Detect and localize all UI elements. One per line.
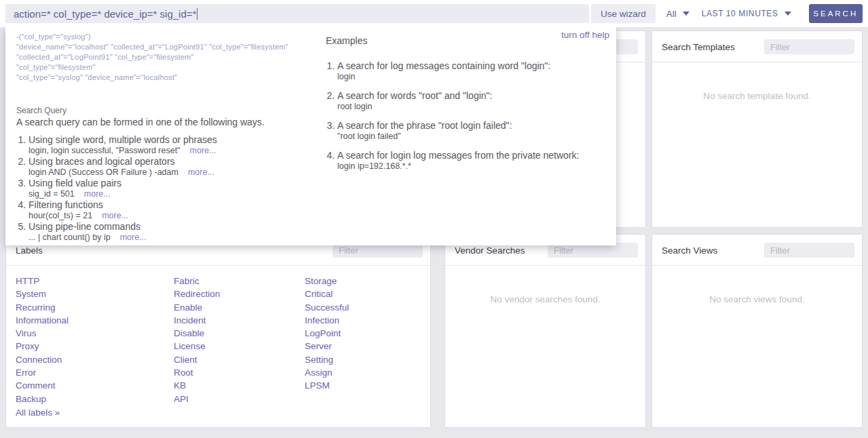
example-code: login: [337, 72, 607, 82]
example-item: A search for login log messages from the…: [337, 150, 607, 172]
label-link[interactable]: Critical: [305, 287, 413, 300]
search-history-item[interactable]: "col_type"="filesystem": [16, 62, 318, 73]
label-link[interactable]: Backup: [16, 393, 174, 405]
vendor-searches-empty-message: No vendor searches found.: [445, 294, 645, 304]
example-item: A search for log messages containing wor…: [337, 60, 607, 82]
use-wizard-button[interactable]: Use wizard: [591, 4, 656, 23]
example-code: "root login failed": [337, 132, 607, 142]
help-left-column: -("col_type"="syslog") "device_name"="lo…: [16, 32, 318, 243]
way-example-text: sig_id = 501: [29, 189, 75, 199]
label-link[interactable]: Connection: [16, 353, 174, 366]
search-query-way: Using pipe-line commands ... | chart cou…: [29, 221, 318, 243]
label-link[interactable]: Setting: [305, 353, 413, 366]
way-label: Using single word, multiple words or phr…: [29, 134, 217, 145]
label-link[interactable]: HTTP: [16, 275, 174, 287]
label-link[interactable]: Redirection: [174, 287, 305, 300]
example-code: login ip=192.168.*.*: [337, 161, 607, 172]
search-templates-empty-message: No search template found.: [652, 91, 862, 101]
label-link[interactable]: API: [174, 393, 305, 405]
example-code: root login: [337, 102, 607, 112]
search-templates-filter-input[interactable]: [764, 39, 854, 54]
example-item: A search for words "root" and "login": r…: [337, 90, 607, 112]
text-cursor: [197, 8, 197, 20]
more-link[interactable]: more...: [84, 189, 111, 199]
chevron-down-icon: [683, 12, 690, 16]
search-history-list: -("col_type"="syslog") "device_name"="lo…: [16, 32, 318, 83]
example-item: A search for the phrase "root login fail…: [337, 120, 607, 142]
help-right-column: Examples A search for log messages conta…: [326, 32, 607, 180]
search-views-empty-message: No search views found.: [652, 294, 862, 304]
way-label: Using pipe-line commands: [29, 221, 140, 232]
label-link[interactable]: Fabric: [174, 275, 305, 287]
all-labels-link[interactable]: All labels »: [16, 407, 60, 418]
search-history-item[interactable]: "device_name"="localhost" "collected_at"…: [16, 42, 318, 52]
vendor-searches-panel: Vendor Searches No vendor searches found…: [445, 234, 646, 428]
label-link[interactable]: Storage: [305, 275, 413, 287]
label-link[interactable]: System: [16, 287, 174, 300]
search-query-way: Using braces and logical operators login…: [29, 156, 318, 178]
search-button[interactable]: SEARCH: [809, 4, 863, 23]
examples-section-title: Examples: [326, 35, 607, 46]
way-example-text: login AND (Success OR Failure ) -adam: [29, 167, 178, 177]
search-views-filter-input[interactable]: [764, 243, 854, 258]
way-example: login AND (Success OR Failure ) -adammor…: [29, 167, 318, 178]
labels-list: HTTP System Recurring Informational Viru…: [6, 266, 430, 405]
search-history-item[interactable]: "collected_at"="LogPoint91" "col_type"="…: [16, 52, 318, 62]
way-label: Using field value pairs: [29, 178, 121, 188]
label-link[interactable]: Proxy: [16, 340, 174, 353]
label-link[interactable]: Server: [305, 340, 413, 353]
label-link[interactable]: Disable: [174, 327, 305, 340]
search-history-item[interactable]: "col_type"="syslog" "device_name"="local…: [16, 73, 318, 83]
label-link[interactable]: LogPoint: [305, 327, 413, 340]
way-label: Using braces and logical operators: [29, 156, 175, 167]
label-link[interactable]: Error: [16, 366, 174, 379]
search-query-way: Filtering functions hour(col_ts) = 21mor…: [29, 199, 318, 221]
scope-dropdown[interactable]: All: [666, 9, 690, 19]
label-link[interactable]: Client: [174, 353, 305, 366]
vendor-searches-title: Vendor Searches: [455, 245, 525, 256]
more-link[interactable]: more...: [120, 233, 147, 242]
way-example: hour(col_ts) = 21more...: [29, 211, 318, 221]
search-history-item[interactable]: -("col_type"="syslog"): [16, 32, 318, 42]
more-link[interactable]: more...: [188, 167, 214, 177]
search-query-way: Using single word, multiple words or phr…: [29, 134, 318, 156]
time-range-dropdown[interactable]: LAST 10 MINUTES: [702, 9, 791, 18]
label-link[interactable]: Comment: [16, 379, 174, 392]
label-link[interactable]: KB: [174, 379, 305, 392]
scope-dropdown-value: All: [666, 9, 677, 19]
panel-header: Search Views: [652, 235, 862, 266]
label-link[interactable]: LPSM: [305, 379, 413, 392]
search-help-overlay: turn off help -("col_type"="syslog") "de…: [5, 27, 616, 245]
more-link[interactable]: more...: [190, 146, 216, 155]
search-templates-title: Search Templates: [662, 42, 735, 52]
label-link[interactable]: Assign: [305, 366, 413, 379]
way-example: login, login successful, "Password reset…: [29, 146, 318, 156]
search-templates-panel: Search Templates No search template foun…: [652, 31, 863, 228]
label-link[interactable]: License: [174, 340, 305, 353]
label-link[interactable]: Root: [174, 366, 305, 379]
way-example: ... | chart count() by ipmore...: [29, 233, 318, 243]
label-link[interactable]: Incident: [174, 314, 305, 327]
search-query-text: action=* col_type=* device_ip=* sig_id=*: [14, 8, 196, 20]
search-query-section-subtitle: A search query can be formed in one of t…: [16, 117, 318, 127]
label-link[interactable]: Virus: [16, 327, 174, 340]
labels-column: HTTP System Recurring Informational Viru…: [16, 275, 174, 405]
label-link[interactable]: Enable: [174, 301, 305, 314]
search-views-panel: Search Views No search views found.: [652, 234, 863, 428]
example-label: A search for words "root" and "login":: [337, 90, 492, 101]
more-link[interactable]: more...: [102, 211, 128, 220]
search-query-input[interactable]: action=* col_type=* device_ip=* sig_id=*: [5, 4, 589, 23]
search-query-ways-list: Using single word, multiple words or phr…: [16, 134, 318, 243]
label-link[interactable]: Infection: [305, 314, 413, 327]
time-range-value: LAST 10 MINUTES: [702, 9, 778, 18]
way-example: sig_id = 501more...: [29, 189, 318, 199]
example-label: A search for login log messages from the…: [337, 150, 579, 161]
search-query-way: Using field value pairs sig_id = 501more…: [29, 178, 318, 199]
panel-header: Search Templates: [652, 31, 862, 62]
examples-list: A search for log messages containing wor…: [326, 60, 607, 172]
search-views-title: Search Views: [662, 245, 717, 256]
label-link[interactable]: Informational: [16, 314, 174, 327]
label-link[interactable]: Successful: [305, 301, 413, 314]
label-link[interactable]: Recurring: [16, 301, 174, 314]
labels-title: Labels: [16, 245, 43, 256]
